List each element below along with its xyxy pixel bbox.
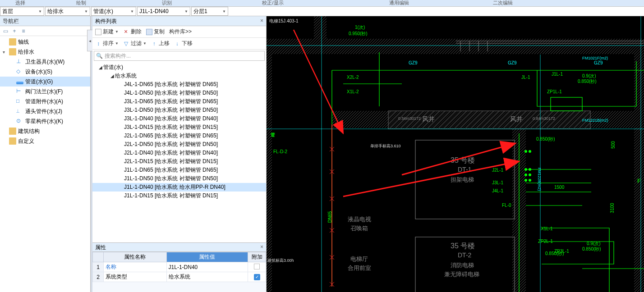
nav-collapse-icon[interactable]: ▭ bbox=[2, 27, 9, 35]
nav-item[interactable]: 自定义 bbox=[0, 136, 90, 146]
th-name[interactable]: 属性名称 bbox=[104, 252, 167, 262]
nav-tree: 轴线▾给排水卫生器具(水)(W)设备(水)(S)管道(水)(G)阀门法兰(水)(… bbox=[0, 36, 90, 292]
folder-icon bbox=[9, 128, 16, 135]
component-item[interactable]: J4L-1-DN50 [给水系统 衬塑钢管 DN50] bbox=[92, 89, 266, 97]
component-item[interactable]: J1L-1-DN40 [给水系统 给水用PP-R DN40] bbox=[92, 183, 266, 192]
nav-item[interactable]: 设备(水)(S) bbox=[0, 67, 90, 77]
ribbon-recognize[interactable]: 识别 bbox=[122, 0, 212, 6]
ribbon-draw[interactable]: 绘制 bbox=[41, 0, 122, 6]
splitter-handle[interactable]: ◂ bbox=[87, 30, 92, 51]
attach-icon bbox=[16, 98, 23, 105]
nav-item-label: 给排水 bbox=[18, 48, 34, 56]
component-item[interactable]: ◢ 给水系统 bbox=[92, 72, 266, 80]
svg-line-30 bbox=[294, 30, 343, 133]
property-row[interactable]: 1名称J1L-1-DN40 bbox=[93, 262, 266, 272]
component-item[interactable]: J3L-1-DN50 [给水系统 衬塑钢管 DN50] bbox=[92, 106, 266, 114]
nav-item[interactable]: 阀门法兰(水)(F) bbox=[0, 87, 90, 96]
ribbon-edit[interactable]: 通用编辑 bbox=[334, 0, 465, 6]
complist-title: 构件列表 bbox=[95, 18, 117, 24]
component-label: J2L-1-DN50 [给水系统 衬塑钢管 DN50] bbox=[124, 141, 218, 148]
nav-item[interactable]: 管道附件(水)(A) bbox=[0, 96, 90, 106]
nav-item-label: 通头管件(水)(J) bbox=[25, 108, 62, 115]
nav-add-icon[interactable]: + bbox=[11, 27, 18, 35]
nav-item[interactable]: 零星构件(水)(K) bbox=[0, 116, 90, 126]
component-label: J1L-1-DN65 [给水系统 衬塑钢管 DN65] bbox=[124, 166, 218, 174]
nav-item[interactable]: ▾给排水 bbox=[0, 47, 90, 57]
component-item[interactable]: J2L-1-DN65 [给水系统 衬塑钢管 DN65] bbox=[92, 132, 266, 140]
nav-item-label: 设备(水)(S) bbox=[25, 68, 52, 76]
discipline-dropdown[interactable]: 给排水▼ bbox=[45, 7, 90, 16]
nav-item[interactable]: 轴线 bbox=[0, 37, 90, 47]
pipe-icon bbox=[16, 82, 23, 84]
component-label: J3L-1-DN65 [给水系统 衬塑钢管 DN65] bbox=[124, 98, 218, 105]
property-row[interactable]: 2系统类型给水系统✓ bbox=[93, 272, 266, 282]
copy-button[interactable]: 复制 bbox=[146, 28, 165, 36]
folder-icon bbox=[9, 38, 16, 46]
component-item[interactable]: J3L-1-DN40 [给水系统 衬塑钢管 DN40] bbox=[92, 114, 266, 123]
component-item[interactable]: J1L-1-DN50 [给水系统 衬塑钢管 DN50] bbox=[92, 174, 266, 183]
moveup-button[interactable]: ↑上移 bbox=[151, 40, 170, 47]
component-item[interactable]: J2L-1-DN50 [给水系统 衬塑钢管 DN50] bbox=[92, 140, 266, 149]
prop-close[interactable]: × bbox=[260, 244, 263, 251]
nav-item[interactable]: 卫生器具(水)(W) bbox=[0, 57, 90, 67]
delete-button[interactable]: 删除 bbox=[123, 28, 142, 36]
nav-item-label: 管道附件(水)(A) bbox=[25, 98, 63, 105]
nav-item[interactable]: 通头管件(水)(J) bbox=[0, 106, 90, 116]
misc-icon bbox=[16, 118, 23, 125]
component-item[interactable]: J3L-1-DN15 [给水系统 衬塑钢管 DN15] bbox=[92, 123, 266, 132]
complist-close[interactable]: × bbox=[260, 18, 263, 24]
drawing-canvas[interactable]: 电梯15J.403-1 1(次) 0.950(秒) GZ9 GZ9 GZ9 X2… bbox=[267, 16, 644, 292]
component-item[interactable]: J2L-1-DN15 [给水系统 衬塑钢管 DN15] bbox=[92, 157, 266, 166]
component-item[interactable]: J1L-1-DN65 [给水系统 衬塑钢管 DN65] bbox=[92, 166, 266, 174]
nav-item-label: 轴线 bbox=[18, 38, 29, 46]
movedown-button[interactable]: ↓下移 bbox=[174, 40, 193, 47]
nav-item[interactable]: 建筑结构 bbox=[0, 126, 90, 136]
ribbon-edit2[interactable]: 二次编辑 bbox=[465, 0, 541, 6]
folder-icon bbox=[9, 137, 16, 145]
component-label: J3L-1-DN15 [给水系统 衬塑钢管 DN15] bbox=[124, 123, 218, 131]
component-label: J1L-1-DN40 [给水系统 给水用PP-R DN40] bbox=[124, 183, 225, 191]
component-item[interactable]: J2L-1-DN40 [给水系统 衬塑钢管 DN40] bbox=[92, 149, 266, 157]
new-button[interactable]: 新建▼ bbox=[95, 28, 119, 36]
complist-toolbar1: 新建▼ 删除 复制 构件库>> bbox=[92, 26, 266, 38]
folder-icon bbox=[9, 48, 16, 55]
property-table: 属性名称 属性值 附加 1名称J1L-1-DN402系统类型给水系统✓ bbox=[92, 252, 266, 282]
component-label: 给水系统 bbox=[115, 72, 137, 80]
component-label: J3L-1-DN40 [给水系统 衬塑钢管 DN40] bbox=[124, 115, 218, 123]
svg-line-32 bbox=[402, 143, 515, 175]
ribbon-select[interactable]: 选择 bbox=[0, 0, 41, 6]
filter-button[interactable]: ▽过滤▼ bbox=[123, 40, 147, 47]
sort-button[interactable]: ↕排序▼ bbox=[95, 40, 119, 47]
sublayer-dropdown[interactable]: 分层1▼ bbox=[191, 7, 228, 16]
ribbon-tabs: 选择 绘制 识别 校正/显示 通用编辑 二次编辑 bbox=[0, 0, 644, 6]
nav-item-label: 阀门法兰(水)(F) bbox=[25, 88, 63, 96]
library-button[interactable]: 构件库>> bbox=[169, 28, 192, 36]
component-label: J3L-1-DN50 [给水系统 衬塑钢管 DN50] bbox=[124, 106, 218, 114]
nav-item-label: 零星构件(水)(K) bbox=[25, 118, 63, 125]
component-item[interactable]: J1L-1-DN15 [给水系统 衬塑钢管 DN15] bbox=[92, 192, 266, 200]
component-label: 管道(水) bbox=[103, 64, 123, 71]
component-label: J2L-1-DN40 [给水系统 衬塑钢管 DN40] bbox=[124, 149, 218, 157]
component-label: J4L-1-DN50 [给水系统 衬塑钢管 DN50] bbox=[124, 89, 218, 97]
component-item[interactable]: ◢ 管道(水) bbox=[92, 63, 266, 72]
annotation-arrows bbox=[267, 16, 644, 292]
component-label: J2L-1-DN65 [给水系统 衬塑钢管 DN65] bbox=[124, 132, 218, 140]
nav-item-label: 自定义 bbox=[18, 137, 34, 145]
fixture-icon bbox=[16, 58, 23, 65]
component-label: J1L-1-DN15 [给水系统 衬塑钢管 DN15] bbox=[124, 192, 218, 200]
ribbon-check[interactable]: 校正/显示 bbox=[212, 0, 334, 6]
component-dropdown[interactable]: J1L-1-DN40▼ bbox=[137, 7, 190, 16]
th-value[interactable]: 属性值 bbox=[166, 252, 248, 262]
th-add[interactable]: 附加 bbox=[248, 252, 266, 262]
dropdown-row: 首层▼ 给排水▼ 管道(水)▼ J1L-1-DN40▼ 分层1▼ bbox=[0, 6, 644, 16]
prop-title: 属性 bbox=[95, 244, 106, 251]
component-item[interactable]: J4L-1-DN65 [给水系统 衬塑钢管 DN65] bbox=[92, 80, 266, 89]
component-label: J2L-1-DN15 [给水系统 衬塑钢管 DN15] bbox=[124, 158, 218, 165]
floor-dropdown[interactable]: 首层▼ bbox=[0, 7, 44, 16]
joint-icon bbox=[16, 108, 23, 115]
category-dropdown[interactable]: 管道(水)▼ bbox=[91, 7, 136, 16]
component-item[interactable]: J3L-1-DN65 [给水系统 衬塑钢管 DN65] bbox=[92, 97, 266, 106]
nav-list-icon[interactable]: ≡ bbox=[20, 27, 27, 35]
search-input[interactable]: 🔍 搜索构件... bbox=[94, 51, 265, 61]
nav-item[interactable]: 管道(水)(G) bbox=[0, 77, 90, 87]
